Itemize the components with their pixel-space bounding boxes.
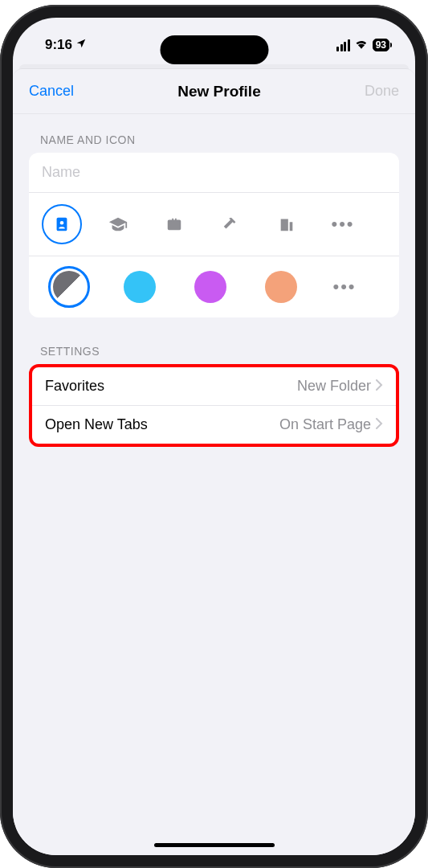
open-new-tabs-value: On Start Page [279,416,371,433]
icon-option-briefcase[interactable] [153,203,196,246]
svg-point-1 [60,221,64,225]
settings-card-highlighted: Favorites New Folder Open New Tabs [29,364,399,447]
id-card-icon [53,215,71,233]
open-new-tabs-label: Open New Tabs [45,416,148,433]
icon-picker-row: ••• [29,193,399,256]
wifi-icon [354,37,369,53]
building-icon [278,215,296,233]
section-title-settings: SETTINGS [29,345,399,364]
status-time: 9:16 [45,37,72,53]
nav-header: Cancel New Profile Done [13,69,415,114]
icon-option-id-card[interactable] [40,203,84,246]
dynamic-island [160,35,268,64]
two-tone-swatch [53,271,85,303]
name-icon-card: Name [29,153,399,317]
page-title: New Profile [177,83,260,100]
cellular-icon [336,39,350,51]
color-picker-row: ••• [29,256,399,317]
icon-option-building[interactable] [265,203,308,246]
done-button[interactable]: Done [365,83,399,100]
icon-option-hammer[interactable] [209,203,252,246]
favorites-row[interactable]: Favorites New Folder [32,367,396,405]
favorites-label: Favorites [45,378,104,395]
color-option-orange[interactable] [252,271,310,303]
home-indicator[interactable] [154,843,275,847]
open-new-tabs-row[interactable]: Open New Tabs On Start Page [32,405,396,444]
briefcase-icon [165,215,183,233]
profile-name-input[interactable]: Name [29,153,399,193]
icon-option-graduation[interactable] [96,203,140,246]
blue-swatch [124,271,156,303]
modal-sheet: Cancel New Profile Done NAME AND ICON Na… [13,69,415,855]
section-title-name-icon: NAME AND ICON [29,133,399,153]
color-option-more[interactable]: ••• [323,276,366,297]
purple-swatch [194,271,226,303]
device-frame: 9:16 93 Cancel New Profile Done N [0,5,428,868]
graduation-cap-icon [108,215,128,233]
chevron-icon [376,378,383,395]
color-option-blue[interactable] [111,271,169,303]
color-option-purple[interactable] [181,271,239,303]
location-icon [75,37,87,53]
icon-option-more[interactable]: ••• [321,214,365,235]
hammer-icon [222,215,239,233]
more-icon: ••• [332,276,356,297]
orange-swatch [265,271,297,303]
cancel-button[interactable]: Cancel [29,83,74,100]
more-icon: ••• [331,214,354,234]
chevron-icon [376,416,383,433]
favorites-value: New Folder [297,378,371,395]
color-option-default[interactable] [40,266,98,308]
battery-icon: 93 [373,39,389,51]
